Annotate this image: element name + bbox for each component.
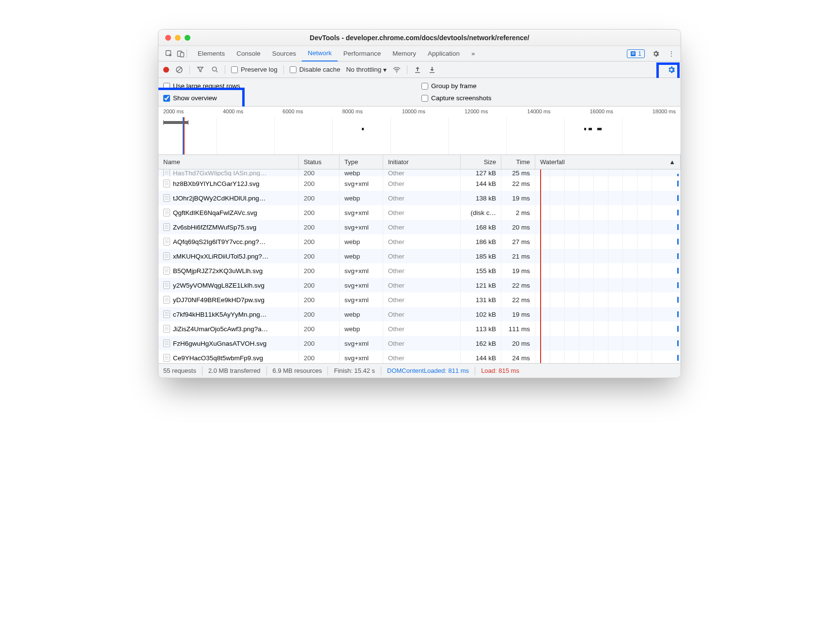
file-icon (163, 354, 170, 362)
table-row[interactable]: B5QMjpRJZ72xKQ3uWLlh.svg200svg+xmlOther1… (158, 263, 681, 278)
minimize-window-button[interactable] (175, 35, 181, 41)
separator (283, 65, 284, 74)
cell-initiator: Other (383, 249, 461, 263)
cell-type: svg+xml (340, 176, 383, 191)
cell-time: 25 ms (501, 169, 535, 176)
chevron-down-icon: ▾ (383, 66, 387, 74)
cell-status: 200 (299, 220, 340, 234)
cell-status: 200 (299, 191, 340, 205)
issues-icon (630, 51, 636, 57)
table-row[interactable]: tJOhr2jBQWy2CdKHDlUl.png…200webpOther138… (158, 191, 681, 205)
status-finish: Finish: 15.42 s (328, 367, 381, 375)
tab-application[interactable]: Application (422, 46, 466, 61)
network-toolbar: Preserve log Disable cache No throttling… (158, 61, 681, 78)
file-icon (163, 194, 170, 202)
network-options: Use large request rows Group by frame Sh… (158, 78, 681, 107)
devtools-window: DevTools - developer.chrome.com/docs/dev… (158, 29, 681, 378)
cell-status: 200 (299, 249, 340, 263)
download-har-icon[interactable] (428, 65, 436, 74)
upload-har-icon[interactable] (413, 65, 422, 74)
panel-tabbar: Elements Console Sources Network Perform… (158, 46, 681, 61)
table-row[interactable]: FzH6gwuHgXuGnasATVOH.svg200svg+xmlOther1… (158, 336, 681, 351)
cell-size: 168 kB (461, 220, 501, 234)
cell-size: 155 kB (461, 263, 501, 278)
filter-icon[interactable] (196, 65, 204, 74)
tab-sources[interactable]: Sources (266, 46, 302, 61)
table-row[interactable]: yDJ70NF49BREe9kHD7pw.svg200svg+xmlOther1… (158, 292, 681, 307)
file-icon (163, 339, 170, 347)
table-row[interactable]: HasThd7GxWIipc5q IASn.png…200webpOther12… (158, 169, 681, 176)
cell-type: svg+xml (340, 336, 383, 351)
col-initiator[interactable]: Initiator (383, 155, 461, 169)
group-by-frame-checkbox[interactable]: Group by frame (421, 82, 676, 90)
tab-memory[interactable]: Memory (387, 46, 422, 61)
file-icon (163, 180, 170, 187)
cell-type: webp (340, 234, 383, 249)
status-bar: 55 requests 2.0 MB transferred 6.9 MB re… (158, 363, 681, 378)
table-row[interactable]: Ce9YHacO35q8t5wbmFp9.svg200svg+xmlOther1… (158, 351, 681, 363)
cell-size: 131 kB (461, 292, 501, 307)
cell-initiator: Other (383, 322, 461, 336)
preserve-log-checkbox[interactable]: Preserve log (231, 66, 278, 73)
cell-name: hz8BXb9YlYLhCGarY12J.svg (158, 176, 299, 191)
settings-gear-icon[interactable] (652, 49, 660, 58)
status-resources: 6.9 MB resources (267, 367, 328, 375)
table-row[interactable]: hz8BXb9YlYLhCGarY12J.svg200svg+xmlOther1… (158, 176, 681, 191)
table-row[interactable]: c7kf94kHB11kK5AyYyMn.png…200webpOther102… (158, 307, 681, 322)
cell-type: webp (340, 191, 383, 205)
col-status[interactable]: Status (299, 155, 340, 169)
cell-waterfall (535, 169, 681, 176)
search-icon[interactable] (210, 65, 219, 74)
table-row[interactable]: JiZisZ4UmarOjo5cAwf3.png?a…200webpOther1… (158, 322, 681, 336)
cell-type: svg+xml (340, 292, 383, 307)
issues-chip[interactable]: 1 (627, 49, 645, 58)
cell-type: svg+xml (340, 278, 383, 292)
clear-button-icon[interactable] (175, 65, 184, 74)
network-settings-icon[interactable] (667, 65, 676, 74)
disable-cache-checkbox[interactable]: Disable cache (290, 66, 341, 73)
table-row[interactable]: xMKUHQxXLiRDiiUTol5J.png?…200webpOther18… (158, 249, 681, 263)
cell-size: 121 kB (461, 278, 501, 292)
cell-time: 22 ms (501, 278, 535, 292)
col-type[interactable]: Type (340, 155, 383, 169)
svg-point-8 (396, 72, 397, 73)
tab-elements[interactable]: Elements (192, 46, 231, 61)
capture-screenshots-checkbox[interactable]: Capture screenshots (421, 94, 676, 102)
tab-performance[interactable]: Performance (338, 46, 387, 61)
col-size[interactable]: Size (461, 155, 501, 169)
cell-name: HasThd7GxWIipc5q IASn.png… (158, 169, 299, 176)
table-row[interactable]: Zv6sbHi6fZfZMWufSp75.svg200svg+xmlOther1… (158, 220, 681, 234)
throttling-select[interactable]: No throttling ▾ (346, 66, 387, 74)
col-waterfall[interactable]: Waterfall▲ (535, 155, 681, 169)
cell-status: 200 (299, 292, 340, 307)
cell-initiator: Other (383, 292, 461, 307)
network-conditions-icon[interactable] (392, 65, 401, 74)
inspect-element-icon[interactable] (163, 50, 175, 58)
table-row[interactable]: QgftKdIKE6NqaFwlZAVc.svg200svg+xmlOther(… (158, 205, 681, 220)
tab-network[interactable]: Network (302, 46, 338, 61)
kebab-menu-icon[interactable]: ⋮ (667, 49, 676, 58)
cell-size: 113 kB (461, 322, 501, 336)
cell-waterfall (535, 220, 681, 234)
file-icon (163, 281, 170, 289)
overview-timeline[interactable]: 2000 ms4000 ms6000 ms 8000 ms10000 ms120… (158, 107, 681, 155)
record-button[interactable] (163, 67, 169, 73)
col-name[interactable]: Name (158, 155, 299, 169)
show-overview-checkbox[interactable]: Show overview (163, 94, 418, 102)
table-row[interactable]: y2W5yVOMWqgL8ZE1Lklh.svg200svg+xmlOther1… (158, 278, 681, 292)
file-icon (163, 169, 170, 176)
cell-name: FzH6gwuHgXuGnasATVOH.svg (158, 336, 299, 351)
cell-size: 127 kB (461, 169, 501, 176)
separator (186, 49, 187, 58)
maximize-window-button[interactable] (185, 35, 190, 41)
file-icon (163, 238, 170, 245)
device-toolbar-icon[interactable] (175, 50, 186, 58)
file-icon (163, 310, 170, 318)
close-window-button[interactable] (165, 35, 171, 41)
table-row[interactable]: AQfq69qS2Ig6lT9Y7vcc.png?…200webpOther18… (158, 234, 681, 249)
col-time[interactable]: Time (501, 155, 535, 169)
tab-more[interactable]: » (466, 46, 481, 61)
cell-initiator: Other (383, 176, 461, 191)
tab-console[interactable]: Console (231, 46, 266, 61)
large-rows-checkbox[interactable]: Use large request rows (163, 82, 418, 90)
